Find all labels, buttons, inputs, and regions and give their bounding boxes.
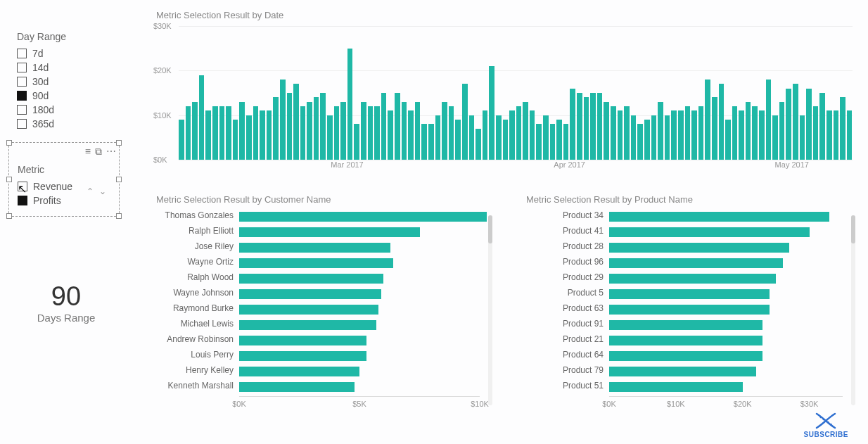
hbar-row[interactable]: Michael Lewis	[239, 319, 480, 331]
column-bar[interactable]	[712, 97, 717, 160]
column-bar[interactable]	[246, 115, 252, 160]
hbar-row[interactable]: Ralph Elliott	[239, 226, 480, 239]
column-bar[interactable]	[556, 120, 562, 160]
checkbox-icon[interactable]	[17, 63, 27, 72]
column-bar[interactable]	[253, 106, 259, 160]
checkbox-icon[interactable]	[17, 49, 27, 58]
hbar-fill[interactable]	[609, 382, 743, 392]
hbar-fill[interactable]	[239, 336, 366, 345]
column-bar[interactable]	[847, 110, 853, 160]
hbar-row[interactable]: Ralph Wood	[239, 272, 480, 285]
column-bar[interactable]	[584, 97, 589, 160]
column-bar[interactable]	[415, 102, 421, 160]
column-bar[interactable]	[233, 120, 238, 160]
checkbox-icon[interactable]	[17, 91, 27, 101]
checkbox-icon[interactable]	[18, 196, 27, 205]
column-bar[interactable]	[624, 106, 630, 160]
column-bar[interactable]	[300, 106, 306, 160]
column-bar[interactable]	[819, 93, 825, 160]
hbar-fill[interactable]	[609, 227, 810, 237]
hbar-fill[interactable]	[239, 243, 390, 253]
hbar-fill[interactable]	[239, 305, 378, 315]
column-bar[interactable]	[604, 102, 609, 160]
hbar-fill[interactable]	[609, 336, 762, 345]
column-bar[interactable]	[239, 102, 245, 160]
hbar-row[interactable]: Product 41	[609, 226, 843, 239]
hbar-row[interactable]: Product 34	[609, 210, 843, 223]
column-bar[interactable]	[334, 106, 340, 160]
column-bar[interactable]	[192, 102, 198, 160]
hbar-row[interactable]: Raymond Burke	[239, 303, 480, 316]
hbar-fill[interactable]	[609, 289, 770, 299]
day-range-option[interactable]: 90d	[17, 89, 122, 103]
hbar-fill[interactable]	[239, 351, 366, 361]
column-bar[interactable]	[543, 115, 549, 160]
hbar-row[interactable]: Wayne Johnson	[239, 288, 480, 300]
day-range-option[interactable]: 365d	[17, 117, 122, 131]
hbar-fill[interactable]	[609, 274, 776, 284]
column-bar[interactable]	[287, 93, 293, 160]
hbar-row[interactable]: Product 21	[609, 334, 843, 347]
column-bar[interactable]	[772, 115, 778, 160]
column-bar[interactable]	[408, 110, 414, 160]
column-bar[interactable]	[307, 102, 312, 160]
visual-more-icon[interactable]: ⋯	[106, 146, 116, 158]
column-bar[interactable]	[752, 106, 758, 160]
column-bar[interactable]	[340, 102, 346, 160]
column-bar[interactable]	[746, 102, 751, 160]
column-bar[interactable]	[199, 75, 205, 160]
column-bar[interactable]	[361, 102, 366, 160]
hbar-row[interactable]: Product 51	[609, 381, 843, 393]
column-bar[interactable]	[651, 115, 657, 160]
hbar-fill[interactable]	[609, 212, 829, 222]
checkbox-icon[interactable]	[17, 77, 27, 87]
column-bar[interactable]	[665, 115, 670, 160]
column-bar[interactable]	[631, 115, 637, 160]
column-bar[interactable]	[455, 120, 461, 160]
column-bar[interactable]	[496, 115, 502, 160]
hbar-row[interactable]: Product 96	[609, 257, 843, 269]
hbar-row[interactable]: Product 5	[609, 288, 843, 300]
column-bar[interactable]	[840, 97, 845, 160]
hbar-fill[interactable]	[239, 382, 355, 392]
column-bar[interactable]	[320, 93, 326, 160]
column-bar[interactable]	[563, 124, 569, 160]
column-bar[interactable]	[469, 115, 475, 160]
column-bar[interactable]	[658, 102, 663, 160]
column-bar[interactable]	[719, 84, 725, 160]
column-bar[interactable]	[402, 102, 407, 160]
hbar-row[interactable]: Kenneth Marshall	[239, 381, 480, 393]
column-bar[interactable]	[725, 120, 731, 160]
column-bar[interactable]	[685, 106, 691, 160]
column-bar[interactable]	[226, 106, 231, 160]
scrollbar[interactable]	[488, 215, 492, 405]
column-bar[interactable]	[260, 110, 265, 160]
chart-by-date[interactable]: Metric Selection Result by Date $0K$10K$…	[156, 10, 853, 179]
day-range-option[interactable]: 180d	[17, 103, 122, 117]
column-bar[interactable]	[421, 124, 427, 160]
column-bar[interactable]	[442, 102, 447, 160]
column-bar[interactable]	[590, 93, 596, 160]
column-bar[interactable]	[476, 129, 481, 160]
visual-filter-icon[interactable]: ≡	[85, 146, 91, 158]
column-bar[interactable]	[618, 110, 623, 160]
hbar-fill[interactable]	[239, 212, 487, 222]
hbar-fill[interactable]	[609, 351, 762, 361]
column-bar[interactable]	[186, 106, 191, 160]
column-bar[interactable]	[449, 106, 454, 160]
hbar-fill[interactable]	[239, 289, 381, 299]
column-bar[interactable]	[428, 124, 434, 160]
chart-by-product[interactable]: Metric Selection Result by Product Name …	[526, 194, 857, 426]
column-bar[interactable]	[705, 80, 710, 160]
hbar-row[interactable]: Product 79	[609, 365, 843, 378]
column-bar[interactable]	[273, 97, 279, 160]
column-bar[interactable]	[314, 97, 319, 160]
column-bar[interactable]	[698, 106, 704, 160]
checkbox-icon[interactable]	[17, 119, 27, 129]
column-bar[interactable]	[395, 93, 400, 160]
hbar-row[interactable]: Wayne Ortiz	[239, 257, 480, 269]
column-bar[interactable]	[550, 124, 556, 160]
hbar-row[interactable]: Louis Perry	[239, 350, 480, 362]
hbar-row[interactable]: Jose Riley	[239, 241, 480, 254]
column-bar[interactable]	[347, 49, 353, 160]
